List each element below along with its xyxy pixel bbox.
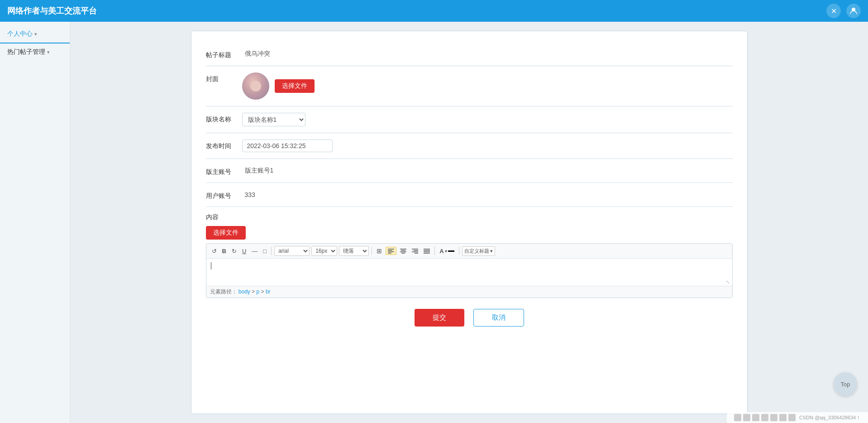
align-center-button[interactable] (398, 247, 408, 255)
bottom-icon-5 (770, 414, 777, 421)
undo-button[interactable]: ↺ (210, 247, 219, 255)
watermark-text: CSDN @qq_3306428634！ (799, 414, 861, 421)
toolbar-divider-1 (271, 247, 272, 255)
cover-select-file-button[interactable]: 选择文件 (275, 79, 315, 93)
align-left-button[interactable] (386, 247, 396, 255)
avatar-image (242, 72, 269, 100)
color-arrow-icon: ▾ (445, 249, 447, 254)
sidebar-item-hot-posts[interactable]: 热门帖子管理 ▾ (0, 43, 70, 61)
toolbar-divider-2 (372, 247, 372, 255)
cover-control: 选择文件 (242, 72, 733, 100)
sidebar: 个人中心 ▾ 热门帖子管理 ▾ (0, 22, 70, 423)
path-sep-2: > (261, 288, 266, 295)
align-justify-button[interactable] (422, 247, 432, 255)
title-control (242, 48, 733, 59)
editor-toolbar: ↺ B ↻ U — □ arial 宋体 (206, 244, 732, 259)
font-size-select[interactable]: 12px 14px 16px 18px 20px (311, 246, 337, 256)
path-sep-1: > (252, 288, 256, 295)
top-button[interactable]: Top (834, 372, 857, 396)
header: 网络作者与美工交流平台 ✕ (0, 0, 868, 22)
bottom-icons (734, 414, 796, 421)
table-button[interactable]: ⊞ (375, 246, 384, 255)
custom-heading-button[interactable]: 自定义标题 ▾ (462, 246, 495, 256)
align-right-button[interactable] (410, 247, 420, 255)
bottom-icon-1 (734, 414, 741, 421)
admin-account-input[interactable] (242, 165, 733, 176)
user-account-input[interactable] (242, 189, 733, 200)
avatar (242, 72, 269, 100)
path-p-link[interactable]: p (257, 288, 260, 295)
publish-time-row: 发布时间 (206, 133, 733, 159)
form-card: 帖子标题 封面 选择文件 版块名称 (191, 31, 748, 414)
bottom-icon-7 (788, 414, 796, 421)
editor-body[interactable]: ⤡ (206, 259, 732, 286)
redo-button[interactable]: ↻ (230, 247, 238, 255)
underline-button[interactable]: U (240, 247, 248, 255)
bottom-icon-4 (761, 414, 768, 421)
admin-account-control (242, 165, 733, 176)
title-input[interactable] (242, 48, 733, 59)
content-select-file-button[interactable]: 选择文件 (206, 226, 246, 240)
user-account-row: 用户账号 (206, 183, 733, 207)
cancel-button[interactable]: 取消 (473, 309, 524, 327)
cover-label: 封面 (206, 72, 242, 83)
sidebar-item-hot-label: 热门帖子管理 (7, 48, 45, 56)
main-content: 帖子标题 封面 选择文件 版块名称 (70, 22, 868, 423)
publish-time-control (242, 139, 733, 152)
header-icons: ✕ (826, 4, 861, 18)
section-select[interactable]: 版块名称1 版块名称2 版块名称3 (242, 113, 305, 126)
bottom-icon-2 (743, 414, 750, 421)
section-label: 版块名称 (206, 113, 242, 124)
font-family-select[interactable]: arial 宋体 微软雅黑 (274, 246, 310, 256)
sidebar-item-personal-arrow: ▾ (34, 31, 37, 37)
content-label: 内容 (206, 213, 733, 221)
admin-account-row: 版主账号 (206, 159, 733, 183)
sidebar-item-personal-center[interactable]: 个人中心 ▾ (0, 25, 70, 43)
publish-time-input[interactable] (242, 139, 333, 152)
admin-account-label: 版主账号 (206, 165, 242, 176)
sidebar-item-personal-label: 个人中心 (7, 30, 33, 38)
bottom-icon-6 (779, 414, 787, 421)
close-button[interactable]: ✕ (826, 4, 841, 18)
path-text: 元素路径： (210, 288, 237, 295)
custom-arrow-icon: ▾ (490, 248, 493, 254)
publish-time-label: 发布时间 (206, 139, 242, 150)
user-avatar-button[interactable] (846, 4, 861, 18)
color-underline (448, 250, 454, 252)
user-account-control (242, 189, 733, 200)
sidebar-item-hot-arrow: ▾ (47, 49, 50, 55)
resize-handle[interactable]: ⤡ (726, 279, 731, 285)
font-color-button[interactable]: A ▾ (438, 247, 456, 255)
toolbar-divider-4 (459, 247, 459, 255)
action-row: 提交 取消 (206, 309, 733, 327)
content-section: 内容 选择文件 ↺ B ↻ U (206, 207, 733, 298)
title-label: 帖子标题 (206, 48, 242, 59)
toolbar-divider-3 (434, 247, 435, 255)
main-layout: 个人中心 ▾ 热门帖子管理 ▾ 帖子标题 封面 (0, 22, 868, 423)
editor-container: ↺ B ↻ U — □ arial 宋体 (206, 243, 733, 298)
bold-button[interactable]: B (220, 247, 228, 255)
path-br-link[interactable]: br (266, 288, 271, 295)
strike-select[interactable]: 绕落 删除线 (339, 246, 369, 256)
editor-path-bar: 元素路径： body > p > br (206, 286, 732, 298)
path-body-link[interactable]: body (238, 288, 250, 295)
editor-cursor (211, 262, 211, 269)
bottom-bar: CSDN @qq_3306428634！ (727, 412, 868, 423)
submit-button[interactable]: 提交 (415, 309, 464, 327)
dash-button[interactable]: — (250, 247, 259, 255)
user-account-label: 用户账号 (206, 189, 242, 200)
cover-row: 封面 选择文件 (206, 66, 733, 106)
app-title: 网络作者与美工交流平台 (7, 5, 97, 16)
section-control: 版块名称1 版块名称2 版块名称3 (242, 113, 733, 126)
content-file-row: 选择文件 (206, 226, 733, 240)
section-row: 版块名称 版块名称1 版块名称2 版块名称3 (206, 106, 733, 133)
bottom-icon-3 (752, 414, 759, 421)
box-button[interactable]: □ (261, 247, 268, 255)
title-row: 帖子标题 (206, 42, 733, 66)
